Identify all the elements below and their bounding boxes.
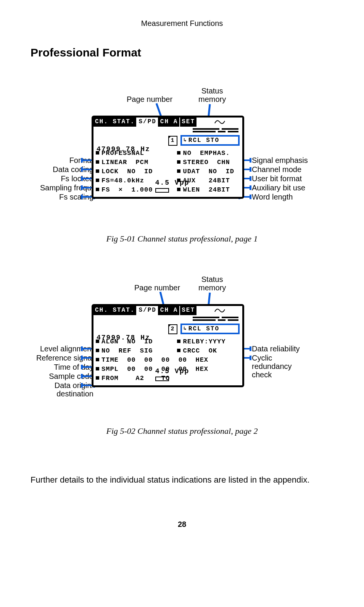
- fig2-right-label-1: Cyclic redundancy check: [252, 354, 292, 379]
- fig1-callout-page-number: Page number: [127, 95, 172, 103]
- fig1-right-label-2: User bit format: [252, 174, 302, 183]
- titlebar-set: SET: [180, 118, 197, 127]
- figure-1-caption: Fig 5-01 Channel status professional, pa…: [31, 234, 333, 244]
- page-number-value: 1: [171, 137, 175, 145]
- titlebar-cha: CH A: [159, 306, 180, 315]
- page-number-value: 2: [171, 325, 175, 333]
- fig1-right-label-3: Auxiliary bit use: [252, 184, 305, 192]
- lcd-frequency: 47999.78 Hz: [97, 333, 189, 342]
- r4r: WLEN 24BIT: [183, 186, 230, 193]
- titlebar-wave-icon: [197, 118, 242, 127]
- rcl-sto-box: ↳ RCL STO: [180, 135, 240, 146]
- level-bar-icon: [155, 377, 169, 381]
- rcl-sto-label: RCL STO: [188, 325, 219, 333]
- running-head: Measurement Functions: [31, 19, 333, 28]
- r1r: STEREO CHN: [183, 159, 230, 166]
- page-number-box: 1: [168, 136, 177, 146]
- titlebar-cha: CH A: [159, 118, 180, 127]
- fig1-lcd: CH. STAT. S/PD CH A SET 47999.78 Hz 4.5 …: [92, 116, 244, 199]
- fig1-right-label-4: Word length: [252, 193, 293, 201]
- titlebar-set: SET: [180, 306, 197, 315]
- fig2-right-label-0: Data reliability: [252, 345, 300, 353]
- titlebar-spd: S/PD: [137, 306, 158, 315]
- lcd-frequency: 47999.78 Hz: [97, 145, 189, 153]
- figure-2: Page number Status memory Level alignmen…: [31, 270, 336, 415]
- fig1-callout-status-memory: Status memory: [198, 87, 226, 103]
- fig2-left-label-4: Data origin/ destination: [55, 381, 93, 398]
- fig1-right-label-0: Signal emphasis: [252, 156, 308, 164]
- fig1-top-callouts: Page number Status memory: [31, 82, 336, 116]
- lcd-info-area: 47999.78 Hz 4.5 Vpp 2 ↳ R: [93, 315, 242, 337]
- page-number-box: 2: [168, 324, 177, 334]
- r3r: AUX 24BIT: [183, 177, 230, 184]
- r2r: UDAT NO ID: [183, 168, 234, 175]
- lcd-info-area: 47999.78 Hz 4.5 Vpp 1 ↳: [93, 127, 242, 148]
- titlebar-title: CH. STAT.: [93, 306, 137, 315]
- rcl-sto-box: ↳ RCL STO: [180, 324, 240, 334]
- fig2-callout-status-memory: Status memory: [198, 275, 226, 292]
- figure-1: Page number Status memory Format Data co…: [31, 82, 336, 223]
- lcd-level: 4.5 Vpp: [155, 179, 190, 187]
- lcd-titlebar: CH. STAT. S/PD CH A SET: [93, 306, 242, 315]
- titlebar-spd: S/PD: [137, 118, 158, 127]
- fig1-right-label-1: Channel mode: [252, 165, 301, 174]
- page-footer-number: 28: [31, 520, 333, 529]
- lcd-level: 4.5 Vpp: [155, 367, 190, 375]
- titlebar-wave-icon: [197, 306, 242, 315]
- rcl-sto-label: RCL STO: [188, 136, 219, 145]
- section-title: Professional Format: [31, 46, 333, 59]
- corner-arrow-icon: ↳: [184, 136, 187, 145]
- fig2-top-callouts: Page number Status memory: [31, 270, 336, 304]
- r0r: NO EMPHAS.: [183, 150, 230, 157]
- level-bar-icon: [155, 188, 169, 193]
- figure-2-caption: Fig 5-02 Channel status professional, pa…: [31, 426, 333, 436]
- fig2-callout-page-number: Page number: [134, 283, 180, 292]
- lcd-titlebar: CH. STAT. S/PD CH A SET: [93, 118, 242, 127]
- body-paragraph: Further details to the individual status…: [31, 474, 333, 486]
- fig2-lcd: CH. STAT. S/PD CH A SET 47999.78 Hz 4.5 …: [92, 304, 244, 387]
- titlebar-title: CH. STAT.: [93, 118, 137, 127]
- corner-arrow-icon: ↳: [184, 325, 187, 333]
